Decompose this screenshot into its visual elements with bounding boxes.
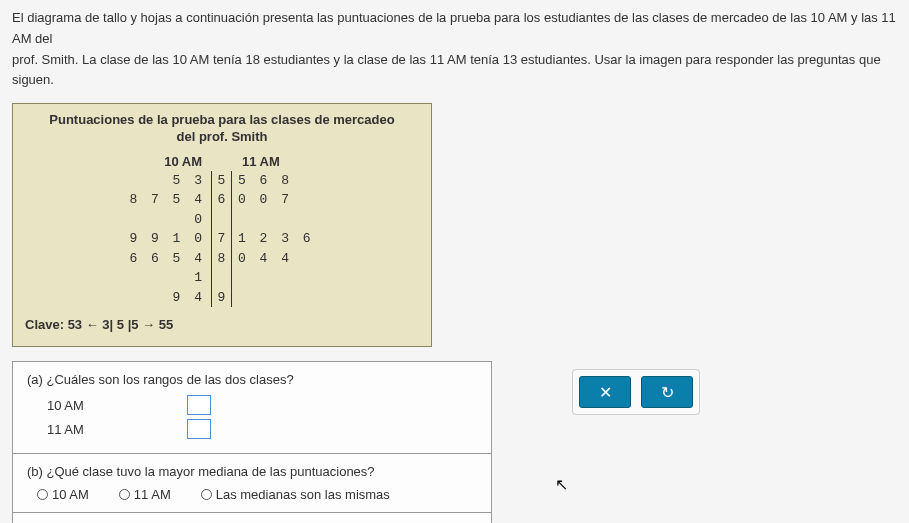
leaves-left: 9 4 [122, 288, 212, 308]
table-row: 9 4 9 [122, 288, 322, 308]
questions-panel: (a) ¿Cuáles son los rangos de las dos cl… [12, 361, 492, 523]
option-label: 11 AM [134, 487, 171, 502]
range-input-10am[interactable] [187, 395, 211, 415]
close-button[interactable]: ✕ [579, 376, 631, 408]
option-label: 10 AM [52, 487, 89, 502]
radio-icon [37, 489, 48, 500]
range-label-10am: 10 AM [47, 398, 187, 413]
reset-icon: ↻ [661, 383, 674, 402]
column-headers: 10 AM 11 AM [122, 154, 322, 169]
key-text: Clave: 53 ← 3| 5 |5 → 55 [25, 317, 173, 332]
stem-leaf-table: 10 AM 11 AM 5 3 5 5 6 8 8 7 5 4 0 6 0 0 … [122, 154, 322, 308]
stem: 8 [212, 249, 232, 288]
reset-button[interactable]: ↻ [641, 376, 693, 408]
radio-icon [201, 489, 212, 500]
stem: 6 [212, 190, 232, 229]
diagram-title: Puntuaciones de la prueba para las clase… [25, 112, 419, 146]
leaves-right: 5 6 8 [232, 171, 322, 191]
range-input-11am[interactable] [187, 419, 211, 439]
cursor-icon: ↖ [555, 475, 568, 494]
question-b-options: 10 AM 11 AM Las medianas son las mismas [37, 487, 477, 502]
action-buttons: ✕ ↻ [572, 369, 700, 415]
table-row: 8 7 5 4 0 6 0 0 7 [122, 190, 322, 229]
range-row-10am: 10 AM [47, 395, 477, 415]
leaves-right: 1 2 3 6 [232, 229, 322, 249]
leaves-right: 0 4 4 [232, 249, 322, 288]
stem-leaf-diagram: Puntuaciones de la prueba para las clase… [12, 103, 432, 347]
table-row: 5 3 5 5 6 8 [122, 171, 322, 191]
intro-line-1: El diagrama de tallo y hojas a continuac… [12, 10, 896, 46]
key-legend: Clave: 53 ← 3| 5 |5 → 55 [25, 317, 419, 332]
stem: 9 [212, 288, 232, 308]
question-c: (c) ¿Qué clase tuvo más resultados en lo… [13, 513, 491, 523]
option-b-11am[interactable]: 11 AM [119, 487, 171, 502]
question-b-text: (b) ¿Qué clase tuvo la mayor mediana de … [27, 464, 477, 479]
range-label-11am: 11 AM [47, 422, 187, 437]
stem: 5 [212, 171, 232, 191]
leaves-left: 5 3 [122, 171, 212, 191]
radio-icon [119, 489, 130, 500]
leaves-left: 8 7 5 4 0 [122, 190, 212, 229]
intro-line-2: prof. Smith. La clase de las 10 AM tenía… [12, 52, 881, 88]
problem-intro: El diagrama de tallo y hojas a continuac… [12, 8, 897, 91]
leaves-right [232, 288, 322, 308]
header-11am: 11 AM [232, 154, 322, 169]
option-label: Las medianas son las mismas [216, 487, 390, 502]
diagram-title-2: del prof. Smith [177, 129, 268, 144]
table-row: 9 9 1 0 7 1 2 3 6 [122, 229, 322, 249]
range-row-11am: 11 AM [47, 419, 477, 439]
leaves-right: 0 0 7 [232, 190, 322, 229]
leaves-left: 6 6 5 4 1 [122, 249, 212, 288]
option-b-same[interactable]: Las medianas son las mismas [201, 487, 390, 502]
header-10am: 10 AM [122, 154, 212, 169]
table-row: 6 6 5 4 1 8 0 4 4 [122, 249, 322, 288]
question-b: (b) ¿Qué clase tuvo la mayor mediana de … [13, 454, 491, 513]
stem: 7 [212, 229, 232, 249]
leaves-left: 9 9 1 0 [122, 229, 212, 249]
diagram-title-1: Puntuaciones de la prueba para las clase… [49, 112, 394, 127]
close-icon: ✕ [599, 383, 612, 402]
question-a: (a) ¿Cuáles son los rangos de las dos cl… [13, 362, 491, 454]
option-b-10am[interactable]: 10 AM [37, 487, 89, 502]
question-a-text: (a) ¿Cuáles son los rangos de las dos cl… [27, 372, 477, 387]
